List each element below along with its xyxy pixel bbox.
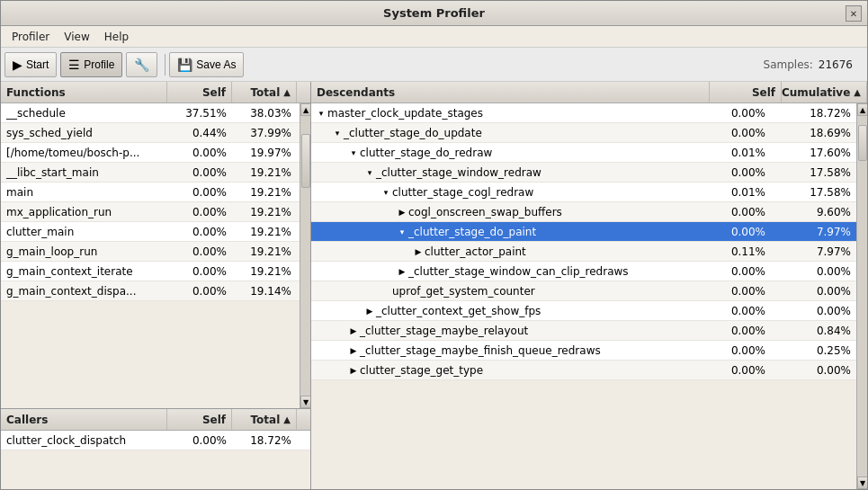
callers-self-col-header[interactable]: Self <box>167 409 232 430</box>
functions-row[interactable]: __libc_start_main 0.00% 19.21% <box>1 163 300 183</box>
tree-arrow-icon[interactable]: ▶ <box>347 344 360 357</box>
tree-arrow-icon[interactable]: ▶ <box>363 305 376 317</box>
functions-row[interactable]: main 0.00% 19.21% <box>1 183 300 202</box>
desc-scroll-down-btn[interactable]: ▼ <box>857 477 867 489</box>
descendants-row[interactable]: ▶ clutter_actor_paint 0.11% 7.97% <box>311 242 856 262</box>
left-panel: Functions Self Total ▲ __schedule 37.51%… <box>1 82 311 489</box>
functions-row[interactable]: [/home/tomeu/bosch-p... 0.00% 19.97% <box>1 143 300 163</box>
functions-row[interactable]: mx_application_run 0.00% 19.21% <box>1 202 300 222</box>
total-col-header[interactable]: Total ▲ <box>232 82 297 102</box>
descendants-row[interactable]: ▾ clutter_stage_cogl_redraw 0.01% 17.58% <box>311 183 856 202</box>
tree-arrow-icon[interactable]: ▾ <box>315 107 327 120</box>
menu-profiler[interactable]: Profiler <box>4 29 57 45</box>
scroll-down-btn[interactable]: ▼ <box>300 396 310 408</box>
scrollbar-thumb[interactable] <box>301 134 310 188</box>
toolbar: ▶ Start ☰ Profile 🔧 💾 Save As Samples: 2… <box>1 48 867 82</box>
desc-scrollbar-thumb-area <box>857 116 867 477</box>
descendants-row[interactable]: uprof_get_system_counter 0.00% 0.00% <box>311 281 856 301</box>
functions-row[interactable]: g_main_context_iterate 0.00% 19.21% <box>1 262 300 281</box>
clear-button[interactable]: 🔧 <box>126 52 157 77</box>
callers-total-col-header[interactable]: Total ▲ <box>232 409 297 430</box>
func-name-cell: [/home/tomeu/bosch-p... <box>1 143 167 162</box>
func-total-cell: 19.21% <box>232 183 297 201</box>
desc-name-text: uprof_get_system_counter <box>392 285 535 298</box>
tree-arrow-icon[interactable]: ▶ <box>412 245 425 258</box>
tree-arrow-icon[interactable]: ▾ <box>363 166 376 179</box>
tree-arrow-icon[interactable]: ▾ <box>331 127 344 139</box>
tree-arrow-icon[interactable]: ▶ <box>396 265 408 278</box>
start-button[interactable]: ▶ Start <box>4 52 57 77</box>
func-self-cell: 0.00% <box>167 222 232 241</box>
menubar: Profiler View Help <box>1 26 867 48</box>
functions-table: Functions Self Total ▲ __schedule 37.51%… <box>1 82 310 408</box>
desc-name-text: _clutter_stage_maybe_finish_queue_redraw… <box>360 344 601 357</box>
descendants-row[interactable]: ▶ clutter_stage_get_type 0.00% 0.00% <box>311 361 856 380</box>
functions-col-header[interactable]: Functions <box>1 82 167 102</box>
descendants-row[interactable]: ▾ _clutter_stage_window_redraw 0.00% 17.… <box>311 163 856 183</box>
sort-arrow-icon: ▲ <box>283 87 291 97</box>
descendants-col-header[interactable]: Descendants <box>311 82 710 102</box>
tree-arrow-icon[interactable]: ▶ <box>347 325 360 337</box>
desc-scrollbar-thumb[interactable] <box>858 125 867 161</box>
descendants-row[interactable]: ▶ _clutter_stage_window_can_clip_redraws… <box>311 262 856 281</box>
desc-cumulative-cell: 0.00% <box>771 361 856 379</box>
tree-arrow-icon[interactable]: ▾ <box>347 147 360 159</box>
desc-scroll-up-btn[interactable]: ▲ <box>857 103 867 116</box>
func-name-cell: mx_application_run <box>1 202 167 221</box>
functions-scrollbar[interactable]: ▲ ▼ <box>300 103 310 408</box>
menu-view[interactable]: View <box>57 29 96 45</box>
descendants-row[interactable]: ▶ _clutter_context_get_show_fps 0.00% 0.… <box>311 301 856 321</box>
descendants-row[interactable]: ▶ _clutter_stage_maybe_finish_queue_redr… <box>311 341 856 361</box>
desc-self-cell: 0.00% <box>699 262 771 281</box>
functions-row[interactable]: clutter_main 0.00% 19.21% <box>1 222 300 242</box>
desc-self-cell: 0.00% <box>699 341 771 360</box>
descendants-row[interactable]: ▾ master_clock_update_stages 0.00% 18.72… <box>311 103 856 123</box>
tree-arrow-icon[interactable]: ▶ <box>347 364 360 377</box>
desc-self-cell: 0.00% <box>699 163 771 182</box>
functions-row[interactable]: g_main_loop_run 0.00% 19.21% <box>1 242 300 262</box>
save-as-button[interactable]: 💾 Save As <box>169 52 244 77</box>
descendants-row[interactable]: ▾ _clutter_stage_do_paint 0.00% 7.97% <box>311 222 856 242</box>
desc-name-cell: ▶ clutter_actor_paint <box>311 245 699 258</box>
caller-name-cell: clutter_clock_dispatch <box>1 431 167 450</box>
desc-name-text: master_clock_update_stages <box>327 107 483 120</box>
desc-self-cell: 0.01% <box>699 183 771 201</box>
desc-name-cell: ▶ clutter_stage_get_type <box>311 364 699 377</box>
desc-name-cell: ▶ _clutter_context_get_show_fps <box>311 305 699 317</box>
desc-self-cell: 0.00% <box>699 202 771 221</box>
close-button[interactable]: ✕ <box>846 5 862 22</box>
desc-name-cell: ▶ _clutter_stage_maybe_finish_queue_redr… <box>311 344 699 357</box>
desc-name-text: clutter_stage_get_type <box>360 364 483 377</box>
tree-arrow-icon[interactable]: ▾ <box>380 186 392 199</box>
desc-cumulative-cell: 7.97% <box>771 222 856 241</box>
tree-arrow-icon[interactable]: ▾ <box>396 226 408 238</box>
descendants-scrollbar[interactable]: ▲ ▼ <box>856 103 867 489</box>
self-col-header[interactable]: Self <box>167 82 232 102</box>
functions-row[interactable]: sys_sched_yield 0.44% 37.99% <box>1 123 300 143</box>
desc-cumulative-col-header[interactable]: Cumulative ▲ <box>782 82 867 102</box>
func-total-cell: 19.21% <box>232 262 297 281</box>
descendants-row[interactable]: ▶ cogl_onscreen_swap_buffers 0.00% 9.60% <box>311 202 856 222</box>
menu-help[interactable]: Help <box>97 29 136 45</box>
func-name-cell: sys_sched_yield <box>1 123 167 142</box>
tree-arrow-icon[interactable]: ▶ <box>396 206 408 218</box>
callers-row[interactable]: clutter_clock_dispatch 0.00% 18.72% <box>1 431 310 450</box>
func-total-cell: 19.21% <box>232 222 297 241</box>
func-name-cell: clutter_main <box>1 222 167 241</box>
profile-button[interactable]: ☰ Profile <box>60 52 122 77</box>
functions-row[interactable]: g_main_context_dispa... 0.00% 19.14% <box>1 281 300 301</box>
descendants-row[interactable]: ▾ _clutter_stage_do_update 0.00% 18.69% <box>311 123 856 143</box>
samples-label: Samples: <box>764 58 813 71</box>
func-name-cell: g_main_context_dispa... <box>1 281 167 300</box>
scroll-up-btn[interactable]: ▲ <box>300 103 310 116</box>
desc-name-text: _clutter_stage_do_update <box>344 127 482 139</box>
functions-row[interactable]: __schedule 37.51% 38.03% <box>1 103 300 123</box>
caller-total-cell: 18.72% <box>232 431 297 450</box>
desc-self-col-header[interactable]: Self <box>710 82 782 102</box>
callers-col-header[interactable]: Callers <box>1 409 167 430</box>
descendants-row[interactable]: ▾ clutter_stage_do_redraw 0.01% 17.60% <box>311 143 856 163</box>
descendants-row[interactable]: ▶ _clutter_stage_maybe_relayout 0.00% 0.… <box>311 321 856 341</box>
desc-name-text: clutter_stage_do_redraw <box>360 147 492 159</box>
desc-cumulative-cell: 0.84% <box>771 321 856 340</box>
descendants-table-header: Descendants Self Cumulative ▲ <box>311 82 867 103</box>
